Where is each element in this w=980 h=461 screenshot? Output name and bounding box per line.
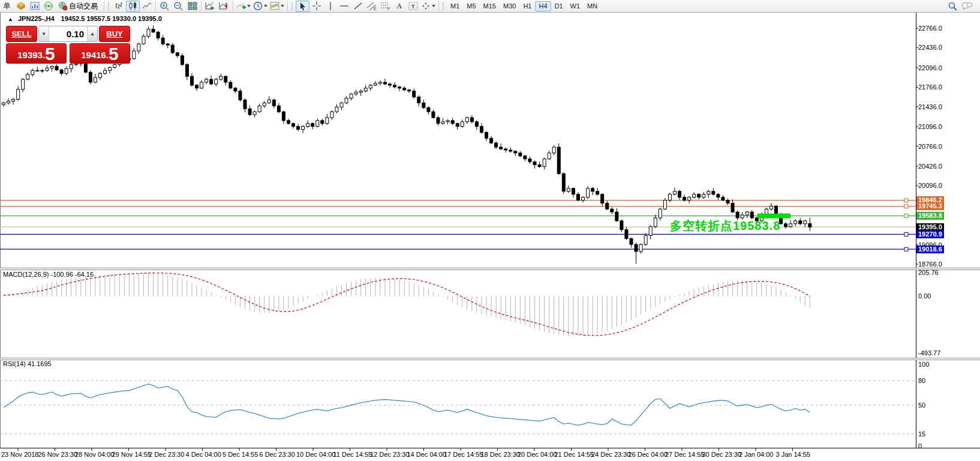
candle-body (567, 188, 570, 191)
date-label: 10 Dec 04:00 (296, 451, 335, 458)
line-chart-button[interactable] (140, 1, 154, 12)
crosshair-button[interactable] (309, 1, 323, 12)
toolbar-separator (104, 1, 104, 11)
level-line-handle[interactable] (904, 232, 908, 236)
timeframe-button-m5[interactable]: M5 (463, 1, 479, 11)
autotrading-button[interactable]: 自动交易 (55, 1, 102, 12)
date-label: 2 Dec 23:30 (149, 451, 184, 458)
timeframe-button-d1[interactable]: D1 (551, 1, 567, 11)
date-label: 17 Dec 14:55 (444, 451, 483, 458)
level-line-handle[interactable] (904, 247, 908, 251)
timeframe-button-m30[interactable]: M30 (500, 1, 519, 11)
candle-body (253, 112, 256, 115)
metaeditor-icon[interactable] (14, 1, 28, 12)
candle-body (142, 36, 145, 44)
rsi-line (4, 384, 810, 426)
candle-body (374, 83, 377, 85)
new-order-button[interactable]: 单 (0, 1, 14, 12)
trendline-button[interactable] (351, 1, 365, 12)
candle-body (736, 212, 739, 218)
candle-body (649, 227, 652, 236)
candle-body (702, 194, 705, 197)
search-icon[interactable] (946, 1, 960, 12)
candle-body (663, 200, 666, 209)
chart-title: ▲ JPN225-,H4 19452.5 19557.5 19330.0 193… (8, 15, 162, 22)
text-label-button[interactable]: T (406, 1, 420, 12)
price-tag: 19270.9 (916, 230, 944, 238)
candle-body (137, 44, 140, 51)
toolbar-separator (287, 1, 288, 11)
candle-body (326, 118, 329, 124)
text-button[interactable]: A (392, 1, 406, 12)
collapse-panel-icon[interactable]: ▲ (8, 16, 13, 22)
candle-body (389, 84, 392, 85)
volume-input[interactable] (49, 26, 87, 41)
sell-price-display[interactable]: 19393. 5 (6, 43, 67, 64)
equidistant-channel-button[interactable]: E (365, 1, 378, 12)
candle-body (601, 194, 604, 203)
pane-separator-macd[interactable] (0, 268, 980, 270)
timeframe-button-h1[interactable]: H1 (519, 1, 535, 11)
toolbar: 单 自动交易 (0, 0, 980, 13)
buy-price-display[interactable]: 19416. 5 (70, 43, 130, 64)
auto-scroll-button[interactable] (203, 1, 217, 12)
candle-body (244, 100, 246, 109)
horizontal-line-button[interactable] (337, 1, 351, 12)
candle-body (267, 100, 270, 103)
cursor-button[interactable] (296, 1, 309, 12)
chat-icon[interactable] (960, 1, 974, 12)
time-axis[interactable]: 23 Nov 201826 Nov 23:3028 Nov 04:0029 No… (0, 449, 980, 461)
price-axis[interactable]: 22766.022436.022096.021766.021436.021096… (916, 13, 980, 448)
pivot-annotation-text[interactable]: 多空转折点19583.8 (670, 218, 780, 234)
candle-body (465, 118, 468, 122)
candle-body (789, 224, 792, 227)
candle-body (181, 56, 184, 65)
tile-windows-button[interactable] (185, 1, 199, 12)
timeframe-button-mn[interactable]: MN (584, 1, 601, 11)
zoom-in-button[interactable] (158, 1, 172, 12)
candle-body (769, 206, 772, 209)
level-line-handle[interactable] (904, 199, 908, 202)
candle-body (750, 212, 753, 218)
candlestick-chart-button[interactable] (126, 1, 140, 12)
zoom-out-button[interactable] (172, 1, 185, 12)
timeframe-button-m15[interactable]: M15 (480, 1, 500, 11)
candle-body (495, 143, 498, 147)
toolbar-separator (438, 1, 439, 11)
arrows-dropdown[interactable] (420, 1, 437, 12)
candle-body (104, 70, 107, 73)
timeframe-button-w1[interactable]: W1 (567, 1, 584, 11)
chart-shift-button[interactable] (217, 1, 231, 12)
indicators-dropdown[interactable] (235, 1, 252, 12)
signals-icon[interactable] (41, 1, 55, 12)
bar-chart-button[interactable] (112, 1, 126, 12)
macd-label: MACD(12,26,9) -100.96 -64.16 (3, 271, 94, 278)
level-line-handle[interactable] (904, 205, 908, 208)
timeframe-button-m1[interactable]: M1 (447, 1, 463, 11)
templates-dropdown[interactable] (269, 1, 285, 12)
candle-body (620, 221, 623, 230)
pane-separator-rsi[interactable] (0, 358, 980, 360)
charts-profile-icon[interactable] (28, 1, 41, 12)
periods-dropdown[interactable] (252, 1, 269, 12)
candle-body (538, 165, 541, 167)
candle-body (17, 89, 20, 100)
candle-body (258, 106, 261, 112)
candle-body (509, 150, 512, 151)
candle-body (446, 121, 449, 122)
buy-button[interactable]: BUY (99, 26, 130, 42)
sell-button[interactable]: SELL (6, 26, 37, 42)
level-line-handle[interactable] (904, 214, 908, 218)
vertical-line-button[interactable] (323, 1, 337, 12)
volume-decrease-button[interactable]: ▼ (39, 26, 49, 41)
fibonacci-button[interactable]: F (378, 1, 392, 12)
new-order-label: 单 (2, 1, 12, 11)
svg-text:E: E (374, 7, 377, 11)
candle-body (2, 103, 5, 104)
date-label: 27 Dec 14:55 (665, 451, 704, 458)
candle-body (659, 209, 662, 218)
volume-increase-button[interactable]: ▲ (87, 26, 97, 41)
price-tag: 19583.8 (916, 212, 944, 220)
candle-body (157, 32, 160, 38)
timeframe-button-h4[interactable]: H4 (535, 1, 551, 11)
